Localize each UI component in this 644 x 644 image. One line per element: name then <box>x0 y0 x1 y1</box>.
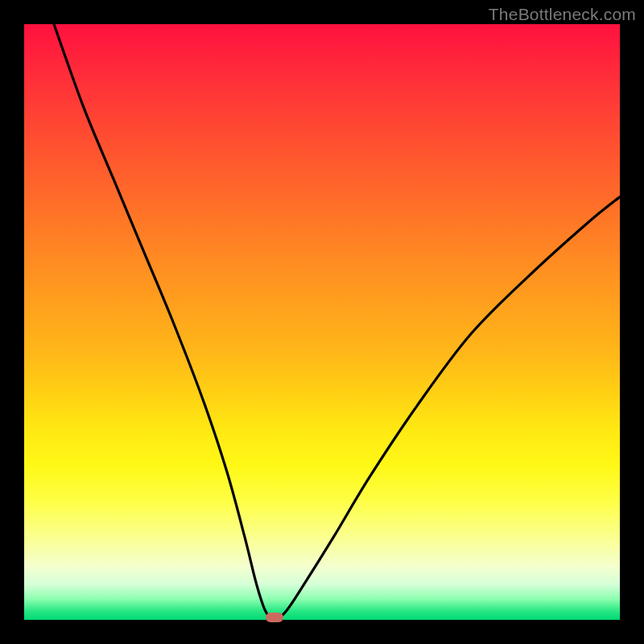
chart-frame: TheBottleneck.com <box>0 0 644 644</box>
bottleneck-curve <box>24 24 620 620</box>
watermark-text: TheBottleneck.com <box>489 5 636 24</box>
plot-area <box>24 24 620 620</box>
minimum-marker <box>266 613 283 622</box>
